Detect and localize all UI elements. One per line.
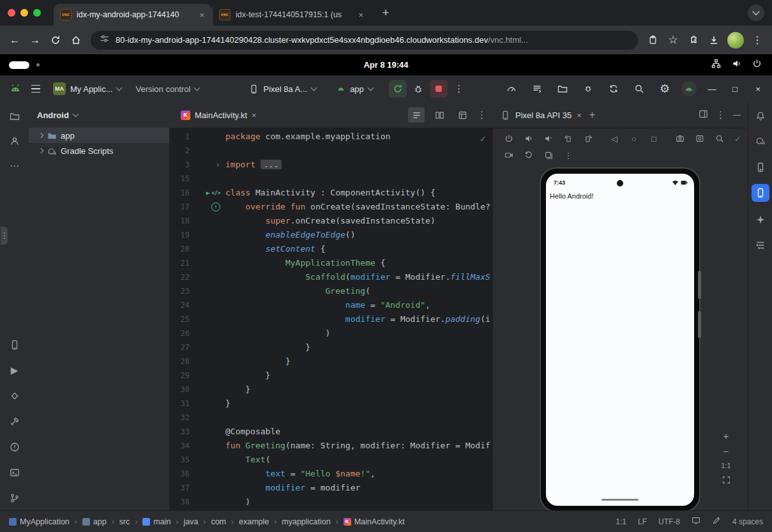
gradle-sync-icon[interactable] (605, 80, 623, 98)
power-icon[interactable] (752, 59, 762, 71)
chevron-right-icon[interactable] (38, 148, 43, 153)
snapshots-icon[interactable] (541, 148, 556, 162)
run-tool-icon[interactable]: ▶ (6, 361, 24, 379)
profiler-icon[interactable] (503, 80, 520, 98)
file-encoding[interactable]: UTF-8 (658, 517, 680, 526)
code-line[interactable]: 23 Greeting( (169, 284, 493, 298)
vcs-widget[interactable]: Version control (130, 81, 205, 97)
forward-button[interactable]: → (26, 31, 45, 50)
system-clock[interactable]: Apr 8 19:44 (0, 60, 772, 70)
window-close-button[interactable]: × (750, 84, 766, 94)
code-line[interactable]: 27 } (169, 340, 493, 354)
app-quality-insights-icon[interactable] (579, 80, 597, 98)
code-line[interactable]: 18 super.onCreate(savedInstanceState) (169, 214, 493, 228)
camera-icon[interactable] (693, 132, 707, 146)
device-selector[interactable]: Pixel 8a A... (243, 81, 322, 97)
breadcrumb-item[interactable]: main (142, 517, 170, 526)
editor-more-icon[interactable]: ⋮ (477, 109, 487, 121)
compose-gutter-icon[interactable]: </> (211, 186, 220, 200)
device-tab-close-button[interactable]: × (577, 110, 582, 120)
code-line[interactable]: 30 } (169, 383, 493, 397)
device-tab-title[interactable]: Pixel 8a API 35 (515, 110, 571, 120)
window-maximize-button[interactable]: □ (727, 84, 743, 94)
breadcrumb-item[interactable]: java (183, 517, 198, 526)
code-line[interactable]: 32 (169, 411, 493, 425)
run-button[interactable] (389, 80, 407, 98)
editor-tab[interactable]: K MainActivity.kt × (176, 102, 262, 128)
code-line[interactable]: 16▶</>class MainActivity : ComponentActi… (169, 186, 493, 200)
code-area[interactable]: 1package com.example.myapplication23›imp… (169, 128, 493, 511)
terminal-tool-icon[interactable] (6, 464, 24, 482)
toolbar-more-icon[interactable]: ⋮ (450, 80, 468, 98)
breadcrumb-item[interactable]: com (211, 517, 226, 526)
breadcrumb-item[interactable]: KMainActivity.kt (344, 517, 405, 526)
display-settings-icon[interactable] (713, 132, 727, 146)
rotate-left-icon[interactable] (561, 132, 575, 146)
gradle-tool-icon[interactable] (752, 132, 769, 149)
notifications-bell-icon[interactable] (752, 107, 769, 125)
user-avatar[interactable] (681, 81, 697, 96)
code-line[interactable]: 19 enableEdgeToEdge() (169, 228, 493, 242)
split-view-icon[interactable] (431, 107, 448, 123)
tab-close-button[interactable]: × (357, 10, 365, 20)
problems-tool-icon[interactable] (6, 438, 24, 456)
main-menu-icon[interactable] (27, 80, 45, 98)
activities-indicator[interactable] (9, 61, 29, 69)
browser-tab-active[interactable]: VNC idx-my-android-app-1744140 × (54, 4, 212, 26)
line-separator[interactable]: LF (638, 517, 647, 526)
reload-button[interactable] (46, 31, 65, 50)
running-devices-icon[interactable] (752, 184, 769, 202)
bookmark-star-icon[interactable]: ☆ (663, 31, 683, 50)
extensions-icon[interactable] (684, 31, 703, 50)
code-view-icon[interactable] (408, 107, 425, 123)
add-device-tab-button[interactable]: + (589, 109, 595, 121)
code-line[interactable]: 2 (169, 144, 493, 158)
profile-avatar[interactable] (727, 32, 744, 49)
volume-down-icon[interactable] (541, 132, 556, 146)
design-view-icon[interactable] (454, 107, 471, 123)
zoom-in-button[interactable]: + (723, 431, 729, 441)
build-tool-icon[interactable] (6, 413, 24, 430)
code-line[interactable]: 22 Scaffold(modifier = Modifier.fillMaxS (169, 270, 493, 284)
breadcrumb-item[interactable]: MyApplication (9, 517, 70, 526)
downloads-icon[interactable] (704, 31, 723, 50)
panel-layout-icon[interactable] (699, 109, 708, 121)
project-tool-icon[interactable] (6, 107, 24, 125)
browser-menu-icon[interactable]: ⋮ (748, 31, 767, 50)
volume-up-icon[interactable] (522, 132, 536, 146)
device-manager-tool-icon[interactable] (6, 336, 24, 354)
code-line[interactable]: 25 modifier = Modifier.padding(i (169, 312, 493, 326)
tree-item-app[interactable]: app (29, 128, 169, 143)
code-line[interactable]: 29 } (169, 369, 493, 383)
panel-hide-icon[interactable]: — (733, 110, 741, 119)
tab-search-button[interactable] (748, 4, 764, 21)
rotate-right-icon[interactable] (581, 132, 595, 146)
screen-share-icon[interactable] (692, 516, 700, 527)
debug-icon[interactable] (409, 80, 427, 98)
window-minimize-button[interactable]: — (704, 84, 720, 94)
project-view-selector[interactable]: Android (29, 102, 169, 128)
code-line[interactable]: 26 ) (169, 326, 493, 340)
panel-more-icon[interactable]: ⋮ (716, 109, 725, 121)
run-gutter-icon[interactable]: ▶ (206, 186, 209, 200)
device-more-icon[interactable]: ⋮ (561, 148, 575, 162)
breadcrumb-item[interactable]: example (239, 517, 269, 526)
site-settings-icon[interactable] (100, 34, 109, 46)
tree-item-gradle-scripts[interactable]: Gradle Scripts (29, 143, 169, 158)
tab-close-button[interactable]: × (198, 10, 206, 20)
fold-gutter-icon[interactable]: › (215, 158, 220, 172)
app-inspection-icon[interactable] (6, 387, 24, 405)
indent-setting[interactable]: 4 spaces (732, 517, 763, 526)
screen-record-icon[interactable] (502, 148, 516, 162)
gemini-icon[interactable] (752, 211, 769, 229)
code-line[interactable]: 31} (169, 397, 493, 411)
code-line[interactable]: 28 } (169, 354, 493, 369)
code-line[interactable]: 15 (169, 172, 493, 186)
tool-window-drag-handle[interactable] (1, 227, 8, 245)
settings-gear-icon[interactable]: ⚙ (656, 80, 674, 98)
project-widget[interactable]: MA My Applic... (47, 79, 127, 98)
home-button[interactable] (66, 31, 86, 50)
device-screen[interactable]: 7:43 Hello Android! (546, 174, 694, 506)
mac-zoom-button[interactable] (33, 9, 41, 17)
device-overview-button[interactable]: □ (647, 132, 661, 146)
